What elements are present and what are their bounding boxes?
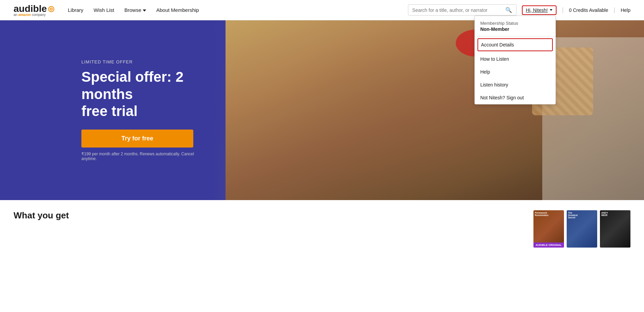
amazon-tagline: an amazon company (14, 13, 46, 17)
search-box[interactable]: 🔍 (408, 4, 516, 16)
separator-2: | (614, 6, 616, 14)
limited-offer-badge: LIMITED TIME OFFER (81, 59, 203, 64)
logo-icon: ◎ (48, 4, 54, 13)
book-covers-container: PermanentRoommates audible ORIGINAL TheG… (533, 210, 630, 248)
help-link[interactable]: Help (621, 7, 630, 13)
site-header: audible ◎ an amazon company Library Wish… (0, 0, 644, 20)
hero-fine-print: ₹199 per month after 2 months. Renews au… (81, 152, 203, 161)
book-title-2: TheGreatestSecret (567, 210, 597, 220)
user-dropdown: Membership Status Non-Member Account Det… (474, 16, 556, 104)
separator: | (562, 6, 564, 14)
search-input[interactable] (412, 7, 505, 13)
nav-browse[interactable]: Browse (124, 7, 146, 13)
try-free-button[interactable]: Try for free (81, 130, 193, 148)
dropdown-listen-history[interactable]: Listen history (475, 78, 555, 91)
search-icon[interactable]: 🔍 (505, 7, 512, 13)
audible-original-badge: audible ORIGINAL (533, 242, 564, 248)
book-cover-2: TheGreatestSecret (567, 210, 597, 248)
book-title-3: ANDYWEIR (600, 210, 630, 218)
credits-available: 0 Credits Available (569, 7, 608, 13)
membership-status-label: Membership Status (480, 21, 550, 26)
header-right: 🔍 Hi, Nitesh! Membership Status Non-Memb… (408, 4, 630, 16)
header-left: audible ◎ an amazon company Library Wish… (14, 3, 199, 17)
nav-about-membership[interactable]: About Membership (156, 7, 199, 13)
user-greeting: Hi, Nitesh! (526, 7, 548, 13)
nav-wishlist[interactable]: Wish List (94, 7, 114, 13)
membership-status-section: Membership Status Non-Member (475, 16, 555, 37)
book-cover-3: ANDYWEIR (600, 210, 630, 248)
logo-container[interactable]: audible ◎ an amazon company (14, 3, 54, 17)
membership-status-value: Non-Member (480, 26, 550, 32)
dropdown-help[interactable]: Help (475, 65, 555, 78)
dropdown-sign-out[interactable]: Not Nitesh? Sign out (475, 91, 555, 104)
dropdown-account-details[interactable]: Account Details (477, 38, 553, 51)
book-title-1: PermanentRoommates (533, 210, 564, 218)
bottom-section: What you get PermanentRoommates audible … (0, 200, 644, 258)
browse-chevron-icon (143, 9, 146, 12)
hero-image (226, 20, 644, 200)
user-menu-button[interactable]: Hi, Nitesh! Membership Status Non-Member… (522, 5, 557, 15)
hero-content: LIMITED TIME OFFER Special offer: 2 mont… (0, 59, 203, 161)
user-chevron-icon (550, 9, 552, 11)
hero-title: Special offer: 2 months free trial (81, 69, 203, 120)
dropdown-how-to-listen[interactable]: How to Listen (475, 53, 555, 65)
what-you-get-title: What you get (14, 210, 69, 221)
nav-library[interactable]: Library (68, 7, 83, 13)
main-nav: Library Wish List Browse About Membershi… (68, 7, 199, 13)
book-cover-1: PermanentRoommates audible ORIGINAL (533, 210, 564, 248)
